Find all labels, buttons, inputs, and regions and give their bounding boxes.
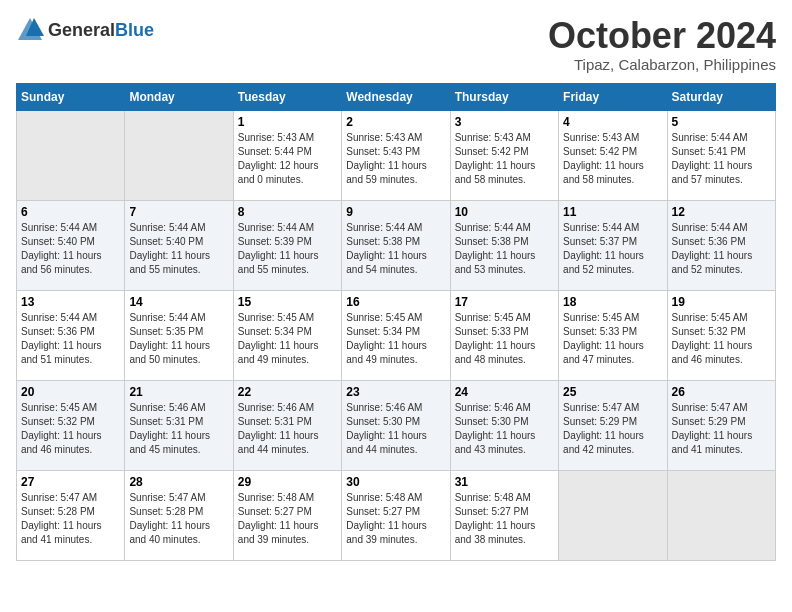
day-number: 9 [346,205,445,219]
calendar-cell: 22 Sunrise: 5:46 AMSunset: 5:31 PMDaylig… [233,380,341,470]
weekday-header-wednesday: Wednesday [342,83,450,110]
calendar-cell: 14 Sunrise: 5:44 AMSunset: 5:35 PMDaylig… [125,290,233,380]
day-info: Sunrise: 5:46 AMSunset: 5:31 PMDaylight:… [238,402,319,455]
month-title: October 2024 [548,16,776,56]
page-header: GeneralBlue October 2024 Tipaz, Calabarz… [16,16,776,73]
calendar-cell: 16 Sunrise: 5:45 AMSunset: 5:34 PMDaylig… [342,290,450,380]
day-info: Sunrise: 5:43 AMSunset: 5:42 PMDaylight:… [455,132,536,185]
calendar-week-row: 27 Sunrise: 5:47 AMSunset: 5:28 PMDaylig… [17,470,776,560]
weekday-header-monday: Monday [125,83,233,110]
day-number: 27 [21,475,120,489]
day-number: 15 [238,295,337,309]
calendar-cell: 28 Sunrise: 5:47 AMSunset: 5:28 PMDaylig… [125,470,233,560]
day-number: 25 [563,385,662,399]
day-info: Sunrise: 5:44 AMSunset: 5:38 PMDaylight:… [346,222,427,275]
calendar-cell: 19 Sunrise: 5:45 AMSunset: 5:32 PMDaylig… [667,290,775,380]
calendar-cell: 30 Sunrise: 5:48 AMSunset: 5:27 PMDaylig… [342,470,450,560]
calendar-cell: 3 Sunrise: 5:43 AMSunset: 5:42 PMDayligh… [450,110,558,200]
day-number: 1 [238,115,337,129]
day-info: Sunrise: 5:44 AMSunset: 5:36 PMDaylight:… [21,312,102,365]
day-info: Sunrise: 5:47 AMSunset: 5:29 PMDaylight:… [563,402,644,455]
calendar-week-row: 6 Sunrise: 5:44 AMSunset: 5:40 PMDayligh… [17,200,776,290]
logo-text-blue: Blue [115,20,154,40]
day-number: 5 [672,115,771,129]
calendar-cell [17,110,125,200]
day-number: 20 [21,385,120,399]
day-info: Sunrise: 5:44 AMSunset: 5:41 PMDaylight:… [672,132,753,185]
calendar-cell: 21 Sunrise: 5:46 AMSunset: 5:31 PMDaylig… [125,380,233,470]
calendar-cell: 31 Sunrise: 5:48 AMSunset: 5:27 PMDaylig… [450,470,558,560]
day-number: 28 [129,475,228,489]
day-number: 19 [672,295,771,309]
day-info: Sunrise: 5:46 AMSunset: 5:30 PMDaylight:… [455,402,536,455]
calendar-cell: 18 Sunrise: 5:45 AMSunset: 5:33 PMDaylig… [559,290,667,380]
calendar-cell: 11 Sunrise: 5:44 AMSunset: 5:37 PMDaylig… [559,200,667,290]
calendar-week-row: 13 Sunrise: 5:44 AMSunset: 5:36 PMDaylig… [17,290,776,380]
weekday-header-sunday: Sunday [17,83,125,110]
calendar-cell: 25 Sunrise: 5:47 AMSunset: 5:29 PMDaylig… [559,380,667,470]
calendar-cell: 20 Sunrise: 5:45 AMSunset: 5:32 PMDaylig… [17,380,125,470]
weekday-header-row: SundayMondayTuesdayWednesdayThursdayFrid… [17,83,776,110]
calendar-table: SundayMondayTuesdayWednesdayThursdayFrid… [16,83,776,561]
day-info: Sunrise: 5:45 AMSunset: 5:33 PMDaylight:… [563,312,644,365]
calendar-cell: 10 Sunrise: 5:44 AMSunset: 5:38 PMDaylig… [450,200,558,290]
day-info: Sunrise: 5:45 AMSunset: 5:33 PMDaylight:… [455,312,536,365]
day-info: Sunrise: 5:43 AMSunset: 5:43 PMDaylight:… [346,132,427,185]
day-number: 30 [346,475,445,489]
day-number: 26 [672,385,771,399]
calendar-cell: 2 Sunrise: 5:43 AMSunset: 5:43 PMDayligh… [342,110,450,200]
day-number: 11 [563,205,662,219]
calendar-cell: 12 Sunrise: 5:44 AMSunset: 5:36 PMDaylig… [667,200,775,290]
day-info: Sunrise: 5:48 AMSunset: 5:27 PMDaylight:… [455,492,536,545]
calendar-cell: 5 Sunrise: 5:44 AMSunset: 5:41 PMDayligh… [667,110,775,200]
day-number: 13 [21,295,120,309]
day-info: Sunrise: 5:43 AMSunset: 5:44 PMDaylight:… [238,132,319,185]
day-info: Sunrise: 5:44 AMSunset: 5:37 PMDaylight:… [563,222,644,275]
weekday-header-thursday: Thursday [450,83,558,110]
calendar-cell [559,470,667,560]
calendar-cell: 15 Sunrise: 5:45 AMSunset: 5:34 PMDaylig… [233,290,341,380]
day-number: 14 [129,295,228,309]
calendar-cell: 4 Sunrise: 5:43 AMSunset: 5:42 PMDayligh… [559,110,667,200]
calendar-cell: 8 Sunrise: 5:44 AMSunset: 5:39 PMDayligh… [233,200,341,290]
day-number: 6 [21,205,120,219]
day-number: 8 [238,205,337,219]
calendar-cell: 26 Sunrise: 5:47 AMSunset: 5:29 PMDaylig… [667,380,775,470]
calendar-cell: 27 Sunrise: 5:47 AMSunset: 5:28 PMDaylig… [17,470,125,560]
calendar-cell: 7 Sunrise: 5:44 AMSunset: 5:40 PMDayligh… [125,200,233,290]
calendar-cell: 13 Sunrise: 5:44 AMSunset: 5:36 PMDaylig… [17,290,125,380]
day-info: Sunrise: 5:43 AMSunset: 5:42 PMDaylight:… [563,132,644,185]
day-number: 29 [238,475,337,489]
day-info: Sunrise: 5:46 AMSunset: 5:30 PMDaylight:… [346,402,427,455]
day-info: Sunrise: 5:44 AMSunset: 5:39 PMDaylight:… [238,222,319,275]
day-info: Sunrise: 5:47 AMSunset: 5:28 PMDaylight:… [129,492,210,545]
location-title: Tipaz, Calabarzon, Philippines [548,56,776,73]
day-info: Sunrise: 5:47 AMSunset: 5:28 PMDaylight:… [21,492,102,545]
calendar-cell: 6 Sunrise: 5:44 AMSunset: 5:40 PMDayligh… [17,200,125,290]
day-info: Sunrise: 5:45 AMSunset: 5:34 PMDaylight:… [238,312,319,365]
weekday-header-tuesday: Tuesday [233,83,341,110]
weekday-header-saturday: Saturday [667,83,775,110]
calendar-cell: 1 Sunrise: 5:43 AMSunset: 5:44 PMDayligh… [233,110,341,200]
day-number: 18 [563,295,662,309]
calendar-cell: 9 Sunrise: 5:44 AMSunset: 5:38 PMDayligh… [342,200,450,290]
day-info: Sunrise: 5:45 AMSunset: 5:32 PMDaylight:… [21,402,102,455]
day-info: Sunrise: 5:47 AMSunset: 5:29 PMDaylight:… [672,402,753,455]
day-number: 31 [455,475,554,489]
calendar-cell [125,110,233,200]
day-number: 2 [346,115,445,129]
calendar-week-row: 20 Sunrise: 5:45 AMSunset: 5:32 PMDaylig… [17,380,776,470]
logo-text-general: General [48,20,115,40]
calendar-cell: 23 Sunrise: 5:46 AMSunset: 5:30 PMDaylig… [342,380,450,470]
day-info: Sunrise: 5:48 AMSunset: 5:27 PMDaylight:… [346,492,427,545]
day-number: 17 [455,295,554,309]
calendar-week-row: 1 Sunrise: 5:43 AMSunset: 5:44 PMDayligh… [17,110,776,200]
day-number: 7 [129,205,228,219]
day-number: 16 [346,295,445,309]
day-number: 12 [672,205,771,219]
calendar-cell: 17 Sunrise: 5:45 AMSunset: 5:33 PMDaylig… [450,290,558,380]
day-info: Sunrise: 5:45 AMSunset: 5:34 PMDaylight:… [346,312,427,365]
day-info: Sunrise: 5:44 AMSunset: 5:38 PMDaylight:… [455,222,536,275]
day-info: Sunrise: 5:44 AMSunset: 5:36 PMDaylight:… [672,222,753,275]
logo-icon [16,16,44,44]
